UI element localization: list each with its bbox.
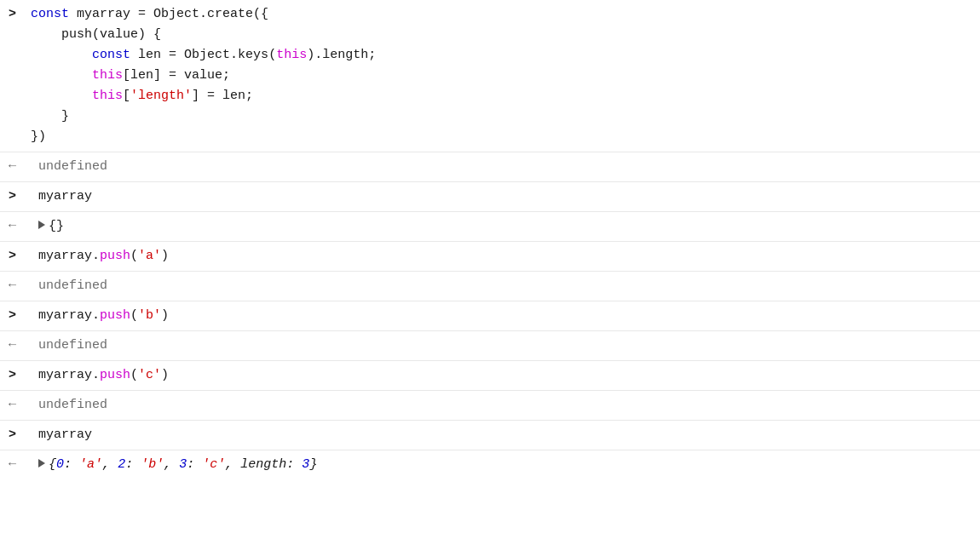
code-line-1-3: const len = Object.keys(this).length; [31, 45, 980, 66]
console-row-1: > const myarray = Object.create({ push(v… [0, 0, 980, 152]
prompt-output-8: ← [0, 333, 31, 359]
input-push-a-5: myarray.push('a') [31, 244, 980, 269]
code-line-1-2: push(value) { [31, 25, 980, 45]
console-row-7: > myarray.push('b') [0, 301, 980, 331]
output-undefined-6: undefined [31, 273, 980, 299]
console-row-2: ← undefined [0, 152, 980, 182]
input-myarray-11: myarray [31, 422, 980, 448]
code-block-1: const myarray = Object.create({ push(val… [31, 2, 980, 150]
code-line-1-5: this[len] = value; [31, 66, 980, 86]
input-myarray-3: myarray [31, 184, 980, 209]
input-push-c-9: myarray.push('c') [31, 363, 980, 388]
prompt-input-5: > [0, 244, 31, 269]
console-row-8: ← undefined [0, 331, 980, 361]
prompt-output-12: ← [0, 452, 31, 478]
prompt-input-11: > [0, 422, 31, 448]
input-push-b-7: myarray.push('b') [31, 303, 980, 329]
output-undefined-8: undefined [31, 333, 980, 359]
output-undefined-2: undefined [31, 154, 980, 180]
console-row-5: > myarray.push('a') [0, 242, 980, 272]
console-row-3: > myarray [0, 182, 980, 212]
prompt-output-10: ← [0, 393, 31, 418]
console-row-12: ← {0: 'a', 2: 'b', 3: 'c', length: 3} [0, 450, 980, 479]
console-row-10: ← undefined [0, 391, 980, 421]
prompt-input-1: > [0, 2, 31, 27]
console-container: > const myarray = Object.create({ push(v… [0, 0, 980, 545]
prompt-output-6: ← [0, 273, 31, 299]
prompt-output-2: ← [0, 154, 31, 180]
console-row-6: ← undefined [0, 272, 980, 301]
code-line-1-6: this['length'] = len; [31, 86, 980, 106]
triangle-icon-4[interactable] [38, 221, 45, 229]
console-row-11: > myarray [0, 421, 980, 450]
console-row-4: ← {} [0, 212, 980, 242]
output-obj-4: {} [31, 214, 980, 239]
output-undefined-10: undefined [31, 393, 980, 418]
prompt-input-7: > [0, 303, 31, 329]
code-line-1-7: } [31, 106, 980, 127]
prompt-input-3: > [0, 184, 31, 209]
prompt-input-9: > [0, 363, 31, 388]
output-final-obj-12: {0: 'a', 2: 'b', 3: 'c', length: 3} [31, 452, 980, 478]
code-line-1-1: const myarray = Object.create({ [31, 4, 980, 25]
prompt-output-4: ← [0, 214, 31, 239]
code-line-1-8: }) [31, 127, 980, 147]
console-row-9: > myarray.push('c') [0, 361, 980, 391]
triangle-icon-12[interactable] [38, 459, 45, 468]
